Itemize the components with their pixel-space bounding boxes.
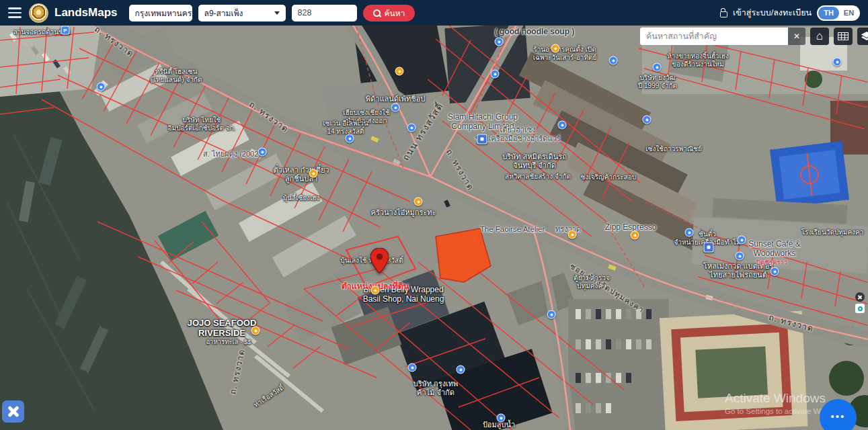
search-button[interactable]: ค้นหา [363,5,416,22]
landmark-search-input[interactable] [640,28,788,45]
top-navbar: LandsMaps กรุงเทพมหานคร ล9-สามเพ็ง ค้นหา… [0,0,868,26]
grid-icon [838,32,849,40]
lock-icon [720,11,727,17]
lang-en-button[interactable]: EN [839,9,859,17]
district-select-value: ล9-สามเพ็ง [204,7,243,19]
login-register-link[interactable]: เข้าสู่ระบบ/ลงทะเบียน [733,6,812,19]
map-canvas[interactable]: ( good noodle soup )ลานจอดรถด้านข้างทรีน… [0,0,868,430]
department-of-lands-logo [29,3,48,23]
parcel-number-input[interactable] [292,5,357,22]
grid-button[interactable] [834,28,853,45]
lang-th-button[interactable]: TH [818,7,839,19]
landmark-search-bar: ✕ ⌂ [640,28,868,45]
chevron-down-icon [274,11,280,15]
layers-icon [861,32,868,41]
clear-search-button[interactable]: ✕ [788,28,805,45]
hamburger-menu-icon[interactable] [8,7,22,18]
satellite-imagery [0,0,868,430]
overlay-close-icon[interactable] [855,292,865,302]
app-title: LandsMaps [54,6,118,19]
parcel-location-marker-icon [370,248,389,273]
district-select[interactable]: ล9-สามเพ็ง [198,5,286,22]
home-button[interactable]: ⌂ [810,28,829,45]
search-icon [373,9,381,17]
language-toggle: TH EN [817,5,860,21]
extension-badge-icon[interactable] [855,304,865,313]
search-button-label: ค้นหา [385,7,405,19]
layers-button[interactable] [857,28,868,45]
province-select-value: กรุงเทพมหานคร [135,7,192,19]
province-select[interactable]: กรุงเทพมหานคร [129,5,192,22]
measure-tools-button[interactable] [2,400,24,423]
more-options-fab[interactable]: ••• [820,399,857,430]
home-icon: ⌂ [816,30,823,42]
